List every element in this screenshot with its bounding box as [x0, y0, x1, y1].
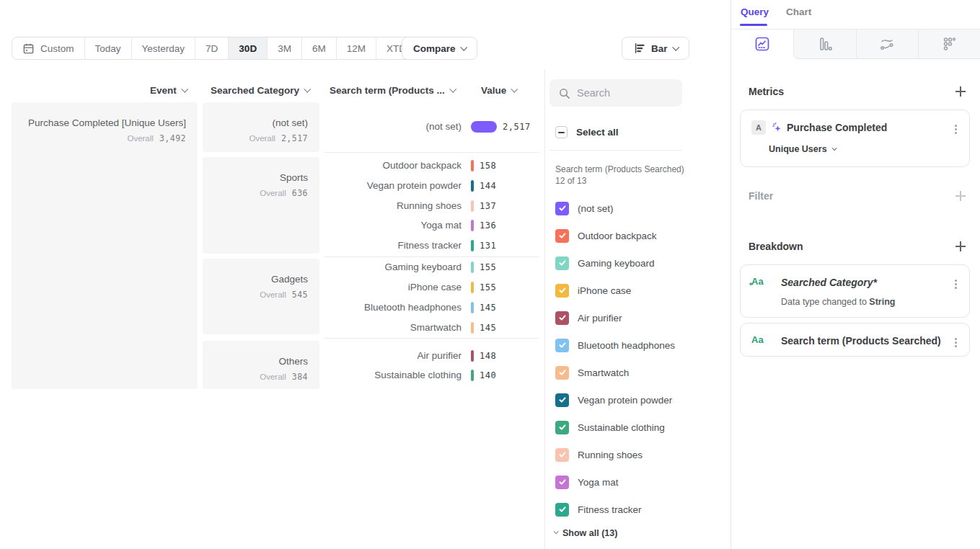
add-breakdown-button[interactable] [954, 240, 967, 253]
table-row[interactable]: Yoga mat 136 [325, 219, 541, 233]
legend-checkbox[interactable] [555, 503, 569, 517]
chevron-down-icon [304, 85, 311, 92]
check-icon [558, 313, 567, 322]
search-term-label: (not set) [325, 120, 462, 133]
breakdown-options-kebab[interactable] [951, 338, 960, 347]
legend-checkbox[interactable] [555, 393, 569, 407]
legend-checkbox[interactable] [555, 202, 569, 215]
table-row[interactable]: Sustainable clothing 140 [325, 369, 541, 383]
table-row[interactable]: Fitness tracker 131 [325, 239, 541, 254]
table-row[interactable]: (not set) 2,517 [325, 120, 541, 135]
group-separator [325, 338, 539, 339]
chevron-down-icon [449, 85, 456, 92]
add-filter-button[interactable] [954, 189, 967, 202]
compare-button[interactable]: Compare [402, 37, 477, 60]
chart-type-select[interactable]: Bar [622, 37, 689, 60]
breakdown-options-kebab[interactable] [951, 280, 960, 288]
add-metric-button[interactable] [954, 85, 967, 98]
legend-checkbox[interactable] [555, 366, 569, 380]
category-cell-others[interactable]: Others Overall384 [203, 341, 319, 389]
tab-chart[interactable]: Chart [786, 6, 811, 17]
calendar-icon [22, 43, 35, 55]
report-tab-flows[interactable] [856, 30, 919, 59]
event-sparkle-icon [771, 121, 784, 134]
legend-item[interactable]: Air purifier [555, 311, 622, 325]
check-icon [558, 368, 567, 377]
date-range-yesterday[interactable]: Yesterday [131, 37, 195, 59]
indeterminate-icon [558, 132, 565, 133]
tab-query[interactable]: Query [741, 6, 769, 17]
legend-checkbox[interactable] [555, 256, 569, 270]
select-all-row[interactable]: Select all [555, 126, 619, 138]
legend-item[interactable]: Sustainable clothing [555, 420, 665, 434]
breakdown-card-search-term[interactable]: Aa Search term (Products Searched) [740, 323, 970, 357]
column-header-searched-category[interactable]: Searched Category [211, 84, 309, 96]
search-input[interactable] [577, 87, 671, 99]
report-tab-retention[interactable] [918, 30, 980, 59]
legend-item[interactable]: Bluetooth headphones [555, 338, 675, 352]
legend-item[interactable]: Running shoes [555, 447, 643, 462]
legend-checkbox[interactable] [555, 229, 569, 243]
date-range-6m[interactable]: 6M [301, 37, 336, 59]
table-row[interactable]: Running shoes 137 [325, 200, 541, 214]
check-icon [558, 423, 567, 432]
breakdown-name: Searched Category* [781, 277, 877, 288]
value-bar [471, 282, 474, 293]
legend-item[interactable]: Outdoor backpack [555, 228, 657, 243]
breakdown-title: Breakdown [749, 241, 803, 252]
breakdown-card-searched-category[interactable]: Aa* Searched Category* Data type changed… [740, 264, 970, 318]
date-range-7d[interactable]: 7D [195, 37, 228, 59]
category-cell-gadgets[interactable]: Gadgets Overall545 [203, 259, 319, 334]
date-range-12m[interactable]: 12M [336, 37, 376, 59]
select-all-checkbox[interactable] [555, 126, 568, 138]
chevron-down-icon [181, 85, 188, 92]
event-cell[interactable]: Purchase Completed [Unique Users] Overal… [12, 102, 198, 389]
date-range-today[interactable]: Today [84, 37, 131, 59]
show-all-link[interactable]: Show all (13) [554, 528, 617, 538]
legend-checkbox[interactable] [555, 421, 569, 434]
check-icon [558, 204, 567, 213]
legend-search[interactable] [549, 79, 682, 107]
group-separator [325, 256, 539, 257]
table-row[interactable]: Outdoor backpack 158 [325, 159, 541, 174]
legend-checkbox[interactable] [555, 284, 569, 298]
date-range-30d-selected[interactable]: 30D [228, 37, 267, 59]
query-panel-tabs: Query Chart [741, 6, 811, 17]
report-tab-funnels[interactable] [793, 30, 856, 59]
check-icon [558, 286, 567, 295]
report-tab-insights-selected[interactable] [731, 30, 793, 59]
table-row[interactable]: Gaming keyboard 155 [325, 261, 541, 275]
column-header-event[interactable]: Event [150, 84, 187, 96]
legend-checkbox[interactable] [555, 448, 569, 462]
legend-item[interactable]: Gaming keyboard [555, 256, 655, 270]
metric-options-kebab[interactable] [951, 125, 960, 133]
legend-checkbox[interactable] [555, 339, 569, 352]
table-row[interactable]: Air purifier 148 [325, 349, 541, 364]
table-row[interactable]: iPhone case 155 [325, 281, 541, 295]
legend-item[interactable]: Fitness tracker [555, 502, 642, 517]
chevron-down-icon [672, 43, 679, 50]
legend-divider [549, 150, 682, 151]
chevron-down-icon [511, 85, 518, 92]
group-separator [325, 152, 539, 153]
legend-item[interactable]: iPhone case [555, 283, 631, 298]
legend-item[interactable]: (not set) [555, 201, 614, 215]
category-cell-not-set[interactable]: (not set) Overall2,517 [203, 102, 319, 152]
legend-item[interactable]: Smartwatch [555, 365, 629, 380]
table-row[interactable]: Bluetooth headphones 145 [325, 301, 541, 316]
date-range-3m[interactable]: 3M [267, 37, 301, 59]
column-header-value[interactable]: Value [481, 84, 516, 96]
legend-checkbox[interactable] [555, 311, 569, 325]
date-range-custom[interactable]: Custom [12, 37, 84, 59]
legend-checkbox[interactable] [555, 476, 569, 489]
measurement-select[interactable]: Unique Users [769, 144, 836, 154]
table-row[interactable]: Vegan protein powder 144 [325, 179, 541, 194]
metric-card[interactable]: A Purchase Completed Unique Users [740, 110, 970, 167]
panel-divider [544, 69, 545, 549]
legend-item[interactable]: Yoga mat [555, 475, 619, 489]
category-cell-sports[interactable]: Sports Overall636 [203, 157, 319, 254]
table-row[interactable]: Smartwatch 145 [325, 321, 541, 336]
report-type-strip [731, 29, 980, 59]
legend-item[interactable]: Vegan protein powder [555, 393, 672, 407]
column-header-search-term[interactable]: Search term (Products ... [330, 84, 455, 96]
